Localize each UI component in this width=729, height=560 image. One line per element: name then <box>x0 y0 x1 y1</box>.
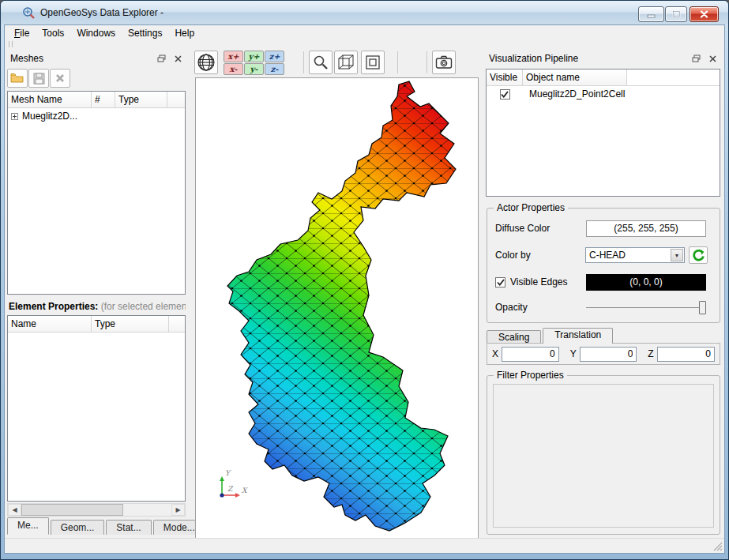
col-object-name[interactable]: Object name <box>523 70 627 85</box>
view-x-minus-button[interactable]: x- <box>224 63 243 75</box>
menu-windows[interactable]: Windows <box>70 26 122 40</box>
dock-area: Meshes <box>5 48 724 538</box>
scroll-left-icon[interactable]: ◀ <box>8 504 21 516</box>
titlebar[interactable]: OpenGeoSys Data Explorer - <box>1 1 728 24</box>
element-table-header[interactable]: Name Type <box>8 316 185 333</box>
window-title: OpenGeoSys Data Explorer - <box>40 7 163 18</box>
view-z-plus-button[interactable]: z+ <box>265 51 284 62</box>
transform-tabs: Scaling Translation <box>487 328 614 344</box>
resize-grip[interactable] <box>712 541 723 552</box>
pipeline-table-header[interactable]: Visible Object name <box>487 70 720 86</box>
pipeline-float-button[interactable] <box>690 53 701 64</box>
col-etype[interactable]: Type <box>92 316 169 332</box>
filter-properties-group: Filter Properties <box>487 375 720 535</box>
toolbar-drag-handle[interactable] <box>9 41 13 47</box>
view-z-minus-button[interactable]: z- <box>265 63 284 75</box>
mesh-name[interactable]: Mueglitz2D... <box>22 111 77 122</box>
menu-file[interactable]: FFileile <box>8 26 36 40</box>
scrollbar-track[interactable] <box>21 504 171 516</box>
col-spacer <box>167 92 185 107</box>
x-field-input[interactable] <box>502 347 559 362</box>
diffuse-color-button[interactable]: (255, 255, 255) <box>586 220 706 237</box>
menu-help[interactable]: Help <box>168 26 201 40</box>
meshes-dock-titlebar[interactable]: Meshes <box>6 50 188 67</box>
view-x-plus-button[interactable]: x+ <box>224 51 243 62</box>
filter-properties-title: Filter Properties <box>494 370 567 381</box>
slider-handle[interactable] <box>699 301 706 314</box>
col-espacer <box>169 316 185 332</box>
pipeline-table-body: Mueglitz2D_Point2Cell <box>487 86 720 102</box>
mesh-tree-row[interactable]: Mueglitz2D... <box>8 108 185 124</box>
client-area: FFileile Tools Windows Settings Help Mes… <box>4 24 725 554</box>
open-mesh-button[interactable] <box>7 69 28 88</box>
menu-tools[interactable]: Tools <box>36 26 70 40</box>
col-type[interactable]: Type <box>115 92 167 107</box>
color-by-label: Color by <box>495 250 531 261</box>
delete-icon <box>55 73 65 83</box>
menu-settings[interactable]: Settings <box>122 26 168 40</box>
mesh-wireframe <box>227 81 456 531</box>
mesh-render: Y Z X <box>196 78 478 540</box>
show-all-button[interactable] <box>194 51 218 74</box>
maximize-button[interactable] <box>665 6 687 22</box>
tab-stations[interactable]: Stat... <box>106 520 151 535</box>
scrollbar-thumb[interactable] <box>21 504 123 516</box>
camera-icon <box>435 55 453 70</box>
axes-widget: Y Z X <box>220 469 248 498</box>
pipeline-item-name[interactable]: Mueglitz2D_Point2Cell <box>523 88 625 100</box>
highlight-button[interactable] <box>334 51 358 74</box>
tab-geometry[interactable]: Geom... <box>51 520 105 535</box>
dock-close-icon <box>709 55 716 62</box>
save-mesh-button[interactable] <box>28 69 49 88</box>
slider-groove <box>586 307 706 308</box>
statusbar <box>5 538 724 553</box>
visible-edges-checkbox[interactable] <box>495 277 505 288</box>
view-y-minus-button[interactable]: y- <box>244 63 264 75</box>
diffuse-color-label: Diffuse Color <box>495 223 550 234</box>
horizontal-scrollbar[interactable]: ◀ ▶ <box>7 503 186 517</box>
pipeline-dock: Visualization Pipeline Visible Object na… <box>484 50 723 536</box>
mesh-table-header[interactable]: Mesh Name # Type <box>8 92 185 108</box>
checkmark-icon <box>497 279 505 286</box>
dock-close-button[interactable] <box>172 53 183 64</box>
render-viewport[interactable]: Y Z X <box>195 77 479 541</box>
tree-expand-icon[interactable] <box>11 113 18 120</box>
app-window: OpenGeoSys Data Explorer - FFileile Tool… <box>0 0 729 560</box>
axis-label-y: Y <box>225 469 231 477</box>
element-properties-table: Name Type <box>7 315 186 502</box>
pipeline-item-row[interactable]: Mueglitz2D_Point2Cell <box>487 86 720 102</box>
scroll-right-icon[interactable]: ▶ <box>171 504 185 516</box>
clip-button[interactable] <box>361 51 385 74</box>
tab-scaling[interactable]: Scaling <box>487 330 541 344</box>
actor-properties-group: Actor Properties Diffuse Color (255, 255… <box>487 208 720 323</box>
visibility-checkbox[interactable] <box>500 89 510 100</box>
dropdown-arrow-icon[interactable]: ▼ <box>671 249 683 261</box>
col-visible[interactable]: Visible <box>487 70 523 85</box>
col-mesh-name[interactable]: Mesh Name <box>8 92 92 107</box>
col-name[interactable]: Name <box>8 316 92 332</box>
color-by-dropdown[interactable]: C-HEAD ▼ <box>585 247 685 263</box>
dock-float-button[interactable] <box>156 53 167 64</box>
tab-translation[interactable]: Translation <box>543 328 613 344</box>
refresh-colors-button[interactable] <box>689 246 708 264</box>
screenshot-button[interactable] <box>432 51 456 74</box>
y-field-input[interactable] <box>580 347 637 362</box>
view-y-plus-button[interactable]: y+ <box>244 51 264 62</box>
tab-meshes[interactable]: Me... <box>7 517 49 535</box>
axis-view-buttons: x+ y+ z+ x- y- z- <box>224 51 284 75</box>
col-count[interactable]: # <box>92 92 115 107</box>
minimize-button[interactable] <box>638 6 664 22</box>
zoom-button[interactable] <box>309 51 333 74</box>
edge-color-button[interactable]: (0, 0, 0) <box>586 274 706 291</box>
refresh-icon <box>692 249 705 262</box>
element-properties-label: Element Properties: (for selected elemen… <box>9 301 186 312</box>
color-by-value: C-HEAD <box>586 250 671 261</box>
remove-mesh-button[interactable] <box>50 69 70 88</box>
z-field-input[interactable] <box>657 347 715 362</box>
axis-label-x: X <box>242 487 248 494</box>
pipeline-close-button[interactable] <box>707 53 718 64</box>
opacity-slider[interactable] <box>586 300 706 314</box>
view-toolbar: x+ y+ z+ x- y- z- <box>191 48 483 77</box>
pipeline-dock-titlebar[interactable]: Visualization Pipeline <box>484 50 723 67</box>
close-button[interactable] <box>690 6 719 22</box>
